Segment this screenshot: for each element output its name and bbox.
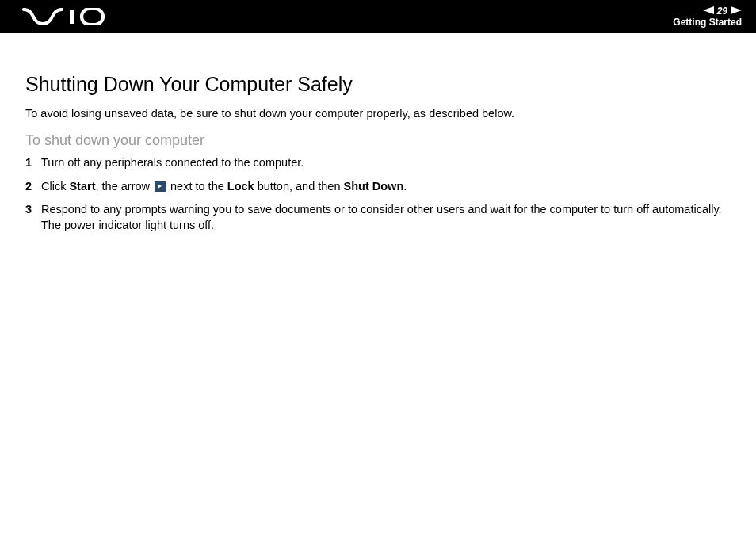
svg-marker-3 bbox=[731, 6, 742, 14]
arrow-right-icon bbox=[155, 181, 166, 192]
text-fragment: , the arrow bbox=[96, 180, 154, 193]
vaio-logo bbox=[22, 8, 109, 25]
step-3: Respond to any prompts warning you to sa… bbox=[25, 202, 731, 233]
subheading: To shut down your computer bbox=[25, 132, 731, 149]
text-fragment: The power indicator light turns off. bbox=[41, 219, 214, 231]
text-fragment: . bbox=[403, 180, 407, 193]
step-2: Click Start, the arrow next to the Lock … bbox=[25, 179, 731, 195]
prev-page-arrow-icon[interactable] bbox=[703, 6, 714, 17]
page-number: 29 bbox=[717, 6, 727, 17]
text-fragment: Respond to any prompts warning you to sa… bbox=[41, 203, 722, 216]
step-text: Respond to any prompts warning you to sa… bbox=[41, 202, 731, 233]
header-right: 29 Getting Started bbox=[673, 6, 742, 29]
steps-list: Turn off any peripherals connected to th… bbox=[25, 155, 731, 233]
step-1: Turn off any peripherals connected to th… bbox=[25, 155, 731, 171]
page-header: 29 Getting Started bbox=[0, 0, 756, 33]
step-text: Turn off any peripherals connected to th… bbox=[41, 155, 731, 171]
text-fragment: Click bbox=[41, 180, 69, 193]
next-page-arrow-icon[interactable] bbox=[731, 6, 742, 17]
bold-lock: Lock bbox=[227, 180, 254, 193]
svg-rect-0 bbox=[70, 10, 74, 24]
step-text: Click Start, the arrow next to the Lock … bbox=[41, 179, 731, 195]
text-fragment: next to the bbox=[167, 180, 227, 193]
page-content: Shutting Down Your Computer Safely To av… bbox=[0, 33, 756, 233]
svg-marker-2 bbox=[703, 6, 714, 14]
bold-start: Start bbox=[69, 180, 95, 193]
bold-shutdown: Shut Down bbox=[344, 180, 404, 193]
svg-rect-1 bbox=[82, 9, 103, 25]
intro-text: To avoid losing unsaved data, be sure to… bbox=[25, 107, 731, 120]
page-title: Shutting Down Your Computer Safely bbox=[25, 73, 731, 96]
section-name: Getting Started bbox=[673, 17, 742, 28]
text-fragment: button, and then bbox=[254, 180, 344, 193]
